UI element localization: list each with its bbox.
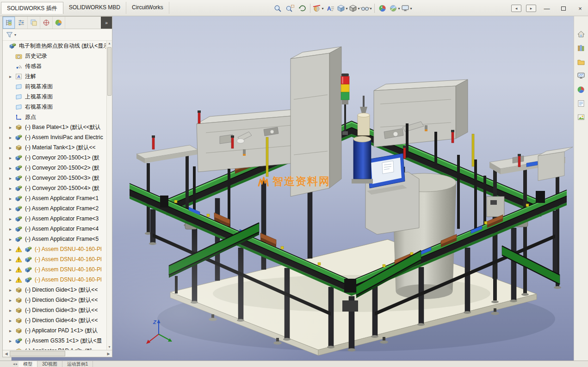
tree-item[interactable]: 前视基准面	[3, 81, 106, 92]
view-settings-button[interactable]: ▾	[401, 3, 413, 14]
appearances-scenes-icon[interactable]	[576, 85, 586, 95]
minimize-button[interactable]: —	[541, 4, 553, 13]
maximize-button[interactable]	[557, 4, 569, 13]
dropdown-caret-icon[interactable]: ▾	[322, 6, 323, 11]
bottom-tab-model[interactable]: 模型	[19, 361, 37, 367]
tree-item[interactable]: ▸(-) Assem DSNU-40-160-Pl	[3, 244, 106, 254]
tree-item[interactable]: ▸(-) Conveyor 200-1500<2> (默	[3, 163, 106, 173]
solidworks-forum-icon[interactable]	[576, 112, 586, 122]
expand-arrow-icon[interactable]: ▸	[9, 237, 15, 242]
tree-item[interactable]: 历史记录	[3, 51, 106, 61]
view-palette-icon[interactable]	[576, 71, 586, 81]
hide-show-items-button[interactable]: ▾	[360, 3, 372, 14]
file-explorer-icon[interactable]	[576, 57, 586, 67]
expand-arrow-icon[interactable]: ▸	[9, 155, 15, 160]
solidworks-resources-icon[interactable]	[576, 29, 586, 39]
expand-arrow-icon[interactable]: ▸	[9, 308, 15, 313]
expand-arrow-icon[interactable]: ▸	[9, 338, 15, 343]
tree-item[interactable]: ▸(-) Applicator PAD 1<1> (默认	[3, 325, 106, 336]
tree-item[interactable]: ▸A注解	[3, 71, 106, 81]
custom-properties-icon[interactable]	[576, 98, 586, 109]
previous-view-button[interactable]	[296, 3, 308, 14]
scroll-thumb[interactable]	[107, 47, 111, 96]
hscroll-thumb[interactable]	[10, 351, 65, 356]
tab-nav-arrows-icon[interactable]: ◂▸	[13, 362, 19, 366]
tree-item[interactable]: ▸(-) Assem DSNU-40-160-Pl	[3, 254, 106, 264]
tree-item[interactable]: ▸(-) Assem Applicator Frame<1	[3, 193, 106, 203]
propertymanager-tab[interactable]	[15, 17, 28, 29]
tree-item[interactable]: ▸(-) Direction Gide<1> (默认<<	[3, 285, 106, 295]
expand-arrow-icon[interactable]: ▸	[9, 216, 15, 221]
view-orientation-button[interactable]: ▾	[336, 3, 348, 14]
orientation-triad[interactable]: Z	[141, 316, 173, 348]
expand-arrow-icon[interactable]: ▸	[9, 318, 15, 323]
dynamic-annotation-views-button[interactable]: A	[324, 3, 336, 14]
tree-item[interactable]: ▸(-) Conveyor 200-1500<1> (默	[3, 153, 106, 163]
scroll-up-icon[interactable]: ▲	[107, 41, 112, 46]
expand-arrow-icon[interactable]: ▸	[9, 298, 15, 303]
zoom-to-area-button[interactable]	[284, 3, 296, 14]
tree-item[interactable]: ▸(-) Direction Gide<4> (默认<<	[3, 315, 106, 325]
tree-item[interactable]: ▸(-) Conveyor 200-1500<3> (默	[3, 173, 106, 183]
expand-arrow-icon[interactable]: ▸	[9, 145, 15, 150]
tree-item[interactable]: ▸(-) Assem Applicator Frame<2	[3, 203, 106, 214]
tree-item[interactable]: ▸(-) Conveyor 200-1500<4> (默	[3, 183, 106, 193]
dropdown-caret-icon[interactable]: ▾	[358, 6, 359, 11]
bottom-tab-motion-study[interactable]: 运动算例1	[62, 361, 93, 367]
tree-horizontal-scrollbar[interactable]: ◀ ▶	[3, 350, 112, 357]
tree-item[interactable]: ▸(-) Direction Gide<2> (默认<<	[3, 295, 106, 305]
display-style-button[interactable]: ▾	[348, 3, 360, 14]
featuremanager-tab[interactable]	[3, 17, 15, 29]
dropdown-caret-icon[interactable]: ▾	[346, 6, 347, 11]
tab-solidworks-addins[interactable]: SOLIDWORKS 插件	[1, 2, 63, 14]
expand-arrow-icon[interactable]: ▸	[9, 165, 15, 171]
configurationmanager-tab[interactable]	[28, 17, 40, 29]
edit-appearance-button[interactable]	[377, 3, 389, 14]
tree-vertical-scrollbar[interactable]: ▲ ▼	[106, 41, 112, 350]
collapse-left-pane-icon[interactable]: ◂	[511, 5, 521, 12]
tree-root-item[interactable]: 电子制造热熔点胶自动线 (默认<显示	[3, 41, 106, 51]
tree-item[interactable]: 右视基准面	[3, 102, 106, 112]
expand-arrow-icon[interactable]: ▸	[9, 196, 15, 201]
tree-item[interactable]: ▸(-) Assem Applicator Frame<5	[3, 234, 106, 244]
scroll-right-icon[interactable]: ▶	[105, 352, 112, 356]
expand-arrow-icon[interactable]: ▸	[9, 287, 15, 293]
expand-arrow-icon[interactable]: ▸	[9, 349, 15, 350]
expand-arrow-icon[interactable]: ▸	[9, 206, 15, 211]
expand-arrow-icon[interactable]: ▸	[9, 267, 15, 272]
displaymanager-tab[interactable]	[53, 17, 65, 29]
scroll-left-icon[interactable]: ◀	[3, 352, 10, 356]
tree-item[interactable]: ▸(-) Assem Applicator Frame<3	[3, 214, 106, 224]
expand-arrow-icon[interactable]: ▸	[9, 328, 15, 333]
tree-item[interactable]: ▸(-) Direction Gide<3> (默认<<	[3, 305, 106, 315]
expand-arrow-icon[interactable]: ▸	[9, 135, 15, 140]
section-view-button[interactable]: ▾	[312, 3, 324, 14]
model-canvas[interactable]	[125, 16, 574, 361]
tree-item[interactable]: ▸(-) Material Tank<1> (默认<<	[3, 142, 106, 153]
tree-item[interactable]: ▸(-) Assem Applicator Frame<4	[3, 224, 106, 234]
expand-arrow-icon[interactable]: ▸	[9, 277, 15, 282]
bottom-tab-3dviews[interactable]: 3D视图	[37, 361, 62, 367]
expand-arrow-icon[interactable]: ▸	[9, 257, 15, 262]
expand-arrow-icon[interactable]: ▸	[9, 125, 15, 130]
dropdown-caret-icon[interactable]: ▾	[398, 6, 400, 11]
expand-arrow-icon[interactable]: ▸	[9, 226, 15, 232]
expand-arrow-icon[interactable]: ▸	[9, 247, 15, 252]
apply-scene-button[interactable]: ▾	[389, 3, 401, 14]
tree-item[interactable]: ▸(-) Applicator PAD 1<2> (默	[3, 346, 106, 350]
dropdown-caret-icon[interactable]: ▾	[410, 6, 412, 11]
design-library-icon[interactable]	[576, 43, 586, 53]
expand-arrow-icon[interactable]: ▸	[9, 186, 15, 191]
expand-arrow-icon[interactable]: ▸	[9, 176, 15, 181]
tab-circuitworks[interactable]: CircuitWorks	[126, 2, 169, 14]
tree-filter[interactable]: ▾	[3, 29, 112, 41]
zoom-to-fit-button[interactable]	[272, 3, 284, 14]
tree-item[interactable]: 原点	[3, 112, 106, 122]
tree-item[interactable]: ▸(-) Base Plate<1> (默认<<默认	[3, 122, 106, 132]
tree-item[interactable]: 传感器	[3, 61, 106, 71]
dimxpertmanager-tab[interactable]	[40, 17, 53, 29]
collapse-right-pane-icon[interactable]: ▸	[526, 5, 536, 12]
expand-arrow-icon[interactable]: ▸	[9, 74, 15, 79]
tree-item[interactable]: ▸(-) Assem InvisiPac and Electric	[3, 132, 106, 142]
tab-solidworks-mbd[interactable]: SOLIDWORKS MBD	[63, 2, 126, 14]
